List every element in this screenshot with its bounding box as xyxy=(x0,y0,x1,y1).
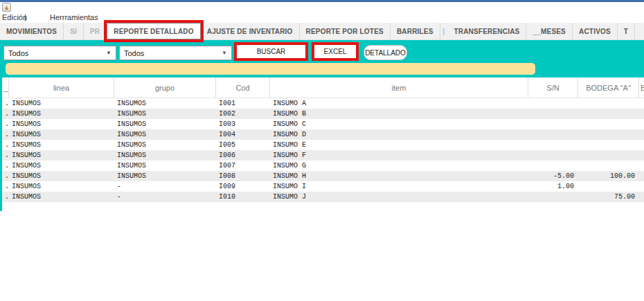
filter-2-value: Todos xyxy=(124,49,144,57)
cell-item: INSUMO E xyxy=(270,141,528,149)
table-body: . INSUMOS INSUMOS I001 INSUMO A . INSUMO… xyxy=(2,98,644,202)
tab-activos[interactable]: ACTIVOS xyxy=(573,23,618,39)
table-row[interactable]: . INSUMOS - I009 INSUMO I 1.00 xyxy=(2,181,644,192)
tab--: | xyxy=(440,23,448,39)
cell-selector: . xyxy=(2,172,9,180)
filter-1-value: Todos xyxy=(8,49,28,57)
table-row[interactable]: . INSUMOS - I010 INSUMO J 75.00 xyxy=(2,192,644,202)
cell-item: INSUMO A xyxy=(270,100,528,107)
tab-reporte-detallado[interactable]: REPORTE DETALLADO xyxy=(107,23,200,39)
tab-__meses[interactable]: __MESES xyxy=(526,23,573,39)
tab-ajuste-de-inventario[interactable]: AJUSTE DE INVENTARIO xyxy=(201,23,300,39)
app-image-icon[interactable] xyxy=(2,3,11,12)
tab-t[interactable]: T xyxy=(618,23,635,39)
tab-movimientos[interactable]: MOVIMIENTOS xyxy=(0,23,64,39)
table-row[interactable]: . INSUMOS INSUMOS I008 INSUMO H -5.00 10… xyxy=(2,171,644,181)
menu-item-: | xyxy=(24,13,26,21)
cell-selector: . xyxy=(2,120,9,128)
table-header-row: _lineagrupoCoditemS/NBODEGA "A"B xyxy=(2,77,644,98)
table-row[interactable]: . INSUMOS INSUMOS I003 INSUMO C xyxy=(2,119,644,129)
cell-item: INSUMO F xyxy=(270,152,528,159)
excel-button[interactable]: EXCEL xyxy=(312,42,359,61)
tab-pr[interactable]: PR xyxy=(84,23,107,39)
cell-linea: INSUMOS xyxy=(9,193,114,201)
column-header-cod[interactable]: Cod xyxy=(216,77,270,98)
cell-grupo: INSUMOS xyxy=(114,120,216,128)
menu-item-edicin[interactable]: Edición xyxy=(2,13,27,21)
cell-cod: I008 xyxy=(216,172,270,180)
cell-item: INSUMO J xyxy=(270,193,528,201)
cell-grupo: INSUMOS xyxy=(114,131,216,138)
tab-reporte-por-lotes[interactable]: REPORTE POR LOTES xyxy=(300,23,391,39)
cell-item: INSUMO I xyxy=(270,183,528,190)
table-row[interactable]: . INSUMOS INSUMOS I004 INSUMO D xyxy=(2,129,644,140)
column-header-_[interactable]: _ xyxy=(2,77,9,98)
cell-cod: I006 xyxy=(216,152,270,159)
cell-grupo: INSUMOS xyxy=(114,141,216,149)
cell-grupo: INSUMOS xyxy=(114,110,216,118)
cell-item: INSUMO C xyxy=(270,120,528,128)
cell-linea: INSUMOS xyxy=(9,152,114,159)
image-placeholder-icon xyxy=(5,5,8,10)
cell-item: INSUMO D xyxy=(270,131,528,138)
cell-grupo: INSUMOS xyxy=(114,100,216,107)
cell-cod: I007 xyxy=(216,162,270,170)
column-header-item[interactable]: item xyxy=(270,77,528,98)
toolbar: Todos ▼ Todos ▼ BUSCAR EXCEL DETALLADO xyxy=(0,40,644,77)
cell-bodega-a: 100.00 xyxy=(578,172,639,180)
cell-sn: -5.00 xyxy=(528,172,578,180)
cell-item: INSUMO B xyxy=(270,110,528,118)
cell-cod: I004 xyxy=(216,131,270,138)
tab-barriles[interactable]: BARRILES xyxy=(391,23,440,39)
column-header-linea[interactable]: linea xyxy=(9,77,114,98)
excel-button-label: EXCEL xyxy=(324,48,347,55)
cell-linea: INSUMOS xyxy=(9,162,114,170)
cell-linea: INSUMOS xyxy=(9,120,114,128)
table-row[interactable]: . INSUMOS INSUMOS I007 INSUMO G xyxy=(2,161,644,171)
tab-transferencias[interactable]: TRANSFERENCIAS xyxy=(447,23,526,39)
tab-si[interactable]: SI xyxy=(64,23,84,39)
detallado-button-label: DETALLADO xyxy=(365,49,406,57)
chevron-down-icon: ▼ xyxy=(106,50,111,56)
table-row[interactable]: . INSUMOS INSUMOS I006 INSUMO F xyxy=(2,150,644,161)
column-header-b[interactable]: B xyxy=(639,77,644,98)
cell-linea: INSUMOS xyxy=(9,131,114,138)
menu-item-herrramientas[interactable]: Herrramientas xyxy=(50,13,98,21)
cell-grupo: - xyxy=(114,193,216,201)
cell-grupo: INSUMOS xyxy=(114,152,216,159)
cell-grupo: - xyxy=(114,183,216,190)
table-row[interactable]: . INSUMOS INSUMOS I001 INSUMO A xyxy=(2,98,644,109)
cell-selector: . xyxy=(2,131,9,138)
cell-selector: . xyxy=(2,100,9,107)
filter-dropdown-2[interactable]: Todos ▼ xyxy=(119,46,232,60)
inventory-table: _lineagrupoCoditemS/NBODEGA "A"B . INSUM… xyxy=(2,77,644,202)
cell-linea: INSUMOS xyxy=(9,183,114,190)
cell-grupo: INSUMOS xyxy=(114,172,216,180)
cell-item: INSUMO G xyxy=(270,162,528,170)
filter-dropdown-1[interactable]: Todos ▼ xyxy=(3,46,116,60)
search-input[interactable] xyxy=(6,63,535,75)
cell-selector: . xyxy=(2,110,9,118)
cell-cod: I009 xyxy=(216,183,270,190)
buscar-button-label: BUSCAR xyxy=(257,48,286,55)
cell-cod: I010 xyxy=(216,193,270,201)
column-header-sn[interactable]: S/N xyxy=(528,77,578,98)
cell-cod: I002 xyxy=(216,110,270,118)
cell-item: INSUMO H xyxy=(270,172,528,180)
cell-linea: INSUMOS xyxy=(9,110,114,118)
cell-selector: . xyxy=(2,183,9,190)
table-row[interactable]: . INSUMOS INSUMOS I005 INSUMO E xyxy=(2,140,644,150)
cell-selector: . xyxy=(2,141,9,149)
cell-cod: I005 xyxy=(216,141,270,149)
cell-selector: . xyxy=(2,193,9,201)
menu-bar: Edición|Herrramientas xyxy=(0,13,644,23)
table-row[interactable]: . INSUMOS INSUMOS I002 INSUMO B xyxy=(2,109,644,119)
column-header-grupo[interactable]: grupo xyxy=(114,77,216,98)
cell-grupo: INSUMOS xyxy=(114,162,216,170)
buscar-button[interactable]: BUSCAR xyxy=(234,42,308,61)
cell-cod: I001 xyxy=(216,100,270,107)
cell-linea: INSUMOS xyxy=(9,100,114,107)
detallado-button[interactable]: DETALLADO xyxy=(364,45,407,60)
cell-cod: I003 xyxy=(216,120,270,128)
column-header-bodegaa[interactable]: BODEGA "A" xyxy=(578,77,639,98)
